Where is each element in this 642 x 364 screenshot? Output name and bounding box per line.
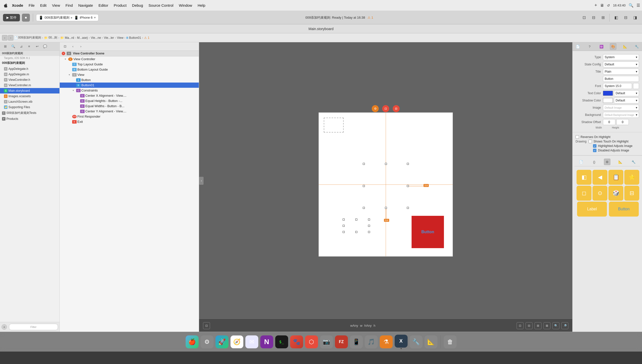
obj-icon-8[interactable]: ⊟ — [624, 186, 639, 201]
obj-cell-label[interactable]: Label — [576, 202, 607, 216]
sidebar-item-tests[interactable]: T 009添加约束规则Tests — [0, 110, 60, 116]
outline-view-btn[interactable]: ⊡ — [62, 43, 68, 50]
sidebar-item-targets[interactable]: Targets, iOS SDK 8.1 — [0, 56, 60, 60]
small-handle-ml[interactable] — [343, 225, 345, 227]
canvas-icon-3[interactable]: ⊟ — [393, 105, 400, 112]
bottom-storyboard-btn[interactable]: ⊡ — [203, 322, 210, 329]
obj-icon-1[interactable]: ◧ — [576, 170, 591, 185]
font-input[interactable]: System 15.0 — [603, 83, 632, 89]
dock-app1[interactable]: 🐾 — [290, 336, 303, 348]
rotate-icon[interactable]: ↺ — [607, 4, 610, 8]
obj-icon-6[interactable]: ⊙ — [592, 186, 607, 201]
obj-cell-7[interactable]: 🎲 — [608, 186, 623, 201]
tree-item-constraints[interactable]: ▾ C Constraints — [60, 88, 199, 93]
play-button[interactable]: ▶ 暂停 — [3, 14, 20, 22]
tree-item-exit[interactable]: E Exit — [60, 119, 199, 124]
sidebar-item-appdelegate-h[interactable]: h AppDelegate.h — [0, 66, 60, 72]
bottom-zoom-2-btn[interactable]: 🔎 — [561, 322, 568, 329]
obj-icon-button[interactable]: Button — [609, 202, 639, 216]
small-handle-mr[interactable] — [368, 225, 370, 227]
type-select[interactable]: System ▾ — [603, 54, 639, 60]
tree-item-equal-heights[interactable]: ⊡ Equal Heights - Button -... — [60, 98, 199, 104]
obj-lib-tab-bookmark[interactable]: 🔧 — [630, 159, 637, 165]
button-text-input[interactable] — [603, 76, 639, 82]
shadow-color-swatch[interactable] — [603, 98, 613, 103]
right-file-btn[interactable]: 📄 — [574, 43, 581, 50]
obj-icon-5[interactable]: ◻ — [576, 186, 591, 201]
text-color-select[interactable]: Default ▾ — [614, 90, 639, 96]
breadcrumb-item-5[interactable]: Vie...ler — [104, 36, 114, 40]
shadow-color-select[interactable]: Default ▾ — [614, 98, 639, 104]
editor-standard-btn[interactable]: ⊡ — [580, 14, 588, 22]
obj-icon-2[interactable]: ◀ — [592, 170, 607, 185]
dock-app4[interactable]: 🔧 — [410, 336, 423, 348]
menu-find[interactable]: Find — [63, 2, 75, 8]
breadcrumb-item-2[interactable]: 📁 Ma...rd — [60, 36, 74, 40]
menu-editor[interactable]: Editor — [96, 2, 111, 8]
background-select[interactable]: Default Background Image ▾ — [603, 112, 639, 118]
obj-cell-6[interactable]: ⊙ — [592, 186, 607, 201]
obj-lib-tab-media[interactable]: 📐 — [617, 159, 623, 165]
obj-lib-tab-file[interactable]: 📄 — [578, 159, 584, 165]
dock-safari[interactable]: 🧭 — [230, 336, 243, 348]
menu-product[interactable]: Product — [111, 2, 129, 8]
right-identity-btn[interactable]: 🆔 — [598, 43, 605, 50]
state-select[interactable]: Default ▾ — [603, 62, 639, 68]
breadcrumb-item-1[interactable]: 📁 00...则 — [44, 36, 57, 40]
obj-cell-5[interactable]: ◻ — [576, 186, 591, 201]
small-handle-tl[interactable] — [343, 218, 345, 220]
outline-nav-prev[interactable]: ‹ — [70, 43, 76, 50]
outline-nav-next[interactable]: › — [78, 43, 84, 50]
obj-icon-3[interactable]: 📋 — [608, 170, 623, 185]
dock-app5[interactable]: 📐 — [425, 336, 437, 348]
font-size-btn[interactable]: T — [633, 83, 639, 89]
bottom-panel-btn[interactable]: ⊟ — [621, 14, 629, 22]
handle-br[interactable] — [407, 207, 409, 209]
obj-cell-button[interactable]: Button — [608, 202, 639, 216]
button01-red[interactable]: Button — [412, 216, 444, 248]
screen-icon[interactable]: 🖥 — [600, 3, 604, 8]
breadcrumb-item-7[interactable]: B Button01 — [126, 36, 141, 40]
sidebar-item-viewcontroller-m[interactable]: m ViewController.m — [0, 82, 60, 88]
menu-edit[interactable]: Edit — [38, 2, 49, 8]
handle-bl[interactable] — [363, 207, 365, 209]
dock-app2[interactable]: 📱 — [350, 336, 363, 348]
obj-icon-label[interactable]: Label — [577, 202, 607, 216]
image-select[interactable]: Default Image ▾ — [603, 105, 639, 111]
sidebar-item-products[interactable]: P Products — [0, 116, 60, 122]
sidebar-item-supporting-files[interactable]: 📁 Supporting Files — [0, 104, 60, 110]
bottom-zoom-btn[interactable]: 🔍 — [552, 322, 559, 329]
bottom-size-inspect-btn[interactable]: ⊡ — [517, 322, 524, 329]
left-panel-btn[interactable]: ◧ — [612, 14, 620, 22]
sidebar-filter-input-btn[interactable]: Filter — [9, 324, 58, 330]
handle-tl[interactable] — [363, 163, 365, 165]
search-icon[interactable]: 🔍 — [628, 3, 633, 8]
breadcrumb-prev[interactable]: ‹ — [2, 35, 8, 40]
right-help-btn[interactable]: ? — [586, 43, 593, 50]
dock-parallels[interactable]: ⬡ — [305, 336, 318, 348]
dock-trash[interactable]: 🗑 — [444, 336, 457, 348]
menu-source-control[interactable]: Source Control — [146, 2, 176, 8]
apple-menu[interactable] — [2, 2, 9, 9]
menu-icon[interactable]: ☰ — [636, 3, 640, 8]
sidebar-comment-btn[interactable]: 💬 — [42, 43, 48, 50]
menu-xcode[interactable]: Xcode — [10, 2, 26, 8]
sidebar-item-viewcontroller-h[interactable]: h ViewController.h — [0, 77, 60, 82]
breadcrumb-item-4[interactable]: Vie...ne — [91, 36, 101, 40]
breadcrumb-item-0[interactable]: 009添加约束规则 — [18, 36, 41, 40]
dock-launchpad[interactable]: 🚀 — [215, 336, 228, 348]
sidebar-item-appdelegate-m[interactable]: m AppDelegate.m — [0, 72, 60, 77]
shows-touch-checkbox[interactable] — [588, 140, 592, 143]
canvas-icon-1[interactable]: ⚙ — [372, 105, 379, 112]
tree-item-bottom-layout[interactable]: B Bottom Layout Guide — [60, 67, 199, 72]
dock-mail[interactable]: ✉ — [245, 336, 258, 348]
plus-icon[interactable]: + — [594, 3, 597, 8]
tree-item-center-y[interactable]: ⊡ Center Y Alignment - View.... — [60, 109, 199, 114]
breadcrumb-next[interactable]: › — [8, 35, 14, 40]
reverses-checkbox[interactable] — [575, 135, 579, 139]
right-panel-btn[interactable]: ◨ — [631, 14, 639, 22]
bottom-equal-width-btn[interactable]: ⊟ — [526, 322, 532, 329]
sidebar-more-btn[interactable]: ≡ — [26, 43, 32, 50]
obj-icon-4[interactable]: ⭐ — [624, 170, 639, 185]
title-select[interactable]: Plain ▾ — [603, 68, 639, 74]
